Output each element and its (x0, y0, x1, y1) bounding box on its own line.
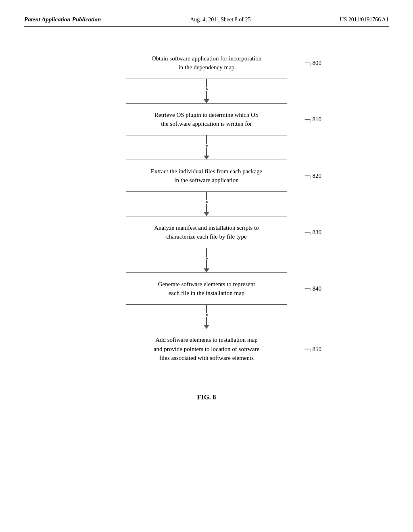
arrow-line4 (206, 148, 207, 156)
arrow-head2 (204, 156, 209, 160)
step-850-text: Add software elements to installation ma… (154, 335, 259, 363)
step-800-text: Obtain software application for incorpor… (152, 54, 261, 72)
step-810-label: ⌐ 810 (304, 114, 321, 124)
arrow-line5 (206, 192, 207, 200)
arrow-820-830 (204, 192, 209, 216)
step-840-id: 840 (313, 285, 322, 292)
header: Patent Application Publication Aug. 4, 2… (24, 16, 389, 27)
page: Patent Application Publication Aug. 4, 2… (0, 0, 413, 532)
step-850-box: Add software elements to installation ma… (126, 329, 287, 369)
flowchart: Obtain software application for incorpor… (24, 47, 389, 369)
step-820-text: Extract the individual files from each p… (151, 167, 263, 185)
arrow-head3 (204, 212, 209, 216)
bracket-820: ⌐ (304, 171, 311, 181)
header-date-sheet: Aug. 4, 2011 Sheet 8 of 25 (190, 17, 250, 23)
bracket-840: ⌐ (304, 284, 311, 293)
flow-row-830: Analyze manifest and installation script… (69, 216, 344, 248)
arrow-line10 (206, 317, 207, 325)
arrow-line8 (206, 260, 207, 269)
arrow-head4 (204, 268, 209, 272)
dot2 (206, 145, 208, 147)
dot3 (206, 201, 208, 203)
arrow-line9 (206, 305, 207, 313)
header-patent-number: US 2011/0191766 A1 (340, 17, 389, 23)
flow-row-840: Generate software elements to represente… (69, 272, 344, 305)
step-800-box: Obtain software application for incorpor… (126, 47, 287, 79)
step-850-id: 850 (313, 346, 322, 353)
dot (206, 88, 208, 90)
arrow-810-820 (204, 135, 209, 160)
arrow-line7 (206, 248, 207, 257)
step-830-text: Analyze manifest and installation script… (154, 223, 259, 241)
step-840-text: Generate software elements to represente… (158, 280, 255, 298)
step-830-box: Analyze manifest and installation script… (126, 216, 287, 248)
arrow-head5 (204, 325, 209, 329)
step-850-label: ⌐ 850 (304, 344, 321, 354)
flow-row-800: Obtain software application for incorpor… (69, 47, 344, 79)
flow-row-820: Extract the individual files from each p… (69, 160, 344, 192)
bracket-810: ⌐ (304, 114, 311, 124)
arrow-line6 (206, 204, 207, 212)
arrow-line (206, 79, 207, 87)
flow-row-810: Retrieve OS plugin to determine which OS… (69, 103, 344, 135)
flow-row-850: Add software elements to installation ma… (69, 329, 344, 369)
step-810-id: 810 (313, 116, 322, 123)
step-820-label: ⌐ 820 (304, 171, 321, 181)
header-publication-label: Patent Application Publication (24, 16, 101, 23)
step-840-box: Generate software elements to represente… (126, 272, 287, 305)
arrow-line3 (206, 135, 207, 144)
arrow-830-840 (204, 248, 209, 272)
bracket-800: ⌐ (304, 58, 311, 68)
step-820-box: Extract the individual files from each p… (126, 160, 287, 192)
step-820-id: 820 (313, 172, 322, 179)
arrow-800-810 (204, 79, 209, 103)
step-810-box: Retrieve OS plugin to determine which OS… (126, 103, 287, 135)
step-840-label: ⌐ 840 (304, 284, 321, 293)
figure-label: FIG. 8 (24, 393, 389, 401)
bracket-830: ⌐ (304, 227, 311, 237)
dot4 (206, 258, 208, 260)
arrow-line2 (206, 91, 207, 100)
bracket-850: ⌐ (304, 344, 311, 354)
arrow-head (204, 99, 209, 103)
step-800-label: ⌐ 800 (304, 58, 321, 68)
step-830-label: ⌐ 830 (304, 227, 321, 237)
step-810-text: Retrieve OS plugin to determine which OS… (154, 110, 259, 129)
step-830-id: 830 (313, 229, 322, 236)
arrow-840-850 (204, 305, 209, 329)
dot5 (206, 314, 208, 316)
step-800-id: 800 (313, 60, 322, 66)
